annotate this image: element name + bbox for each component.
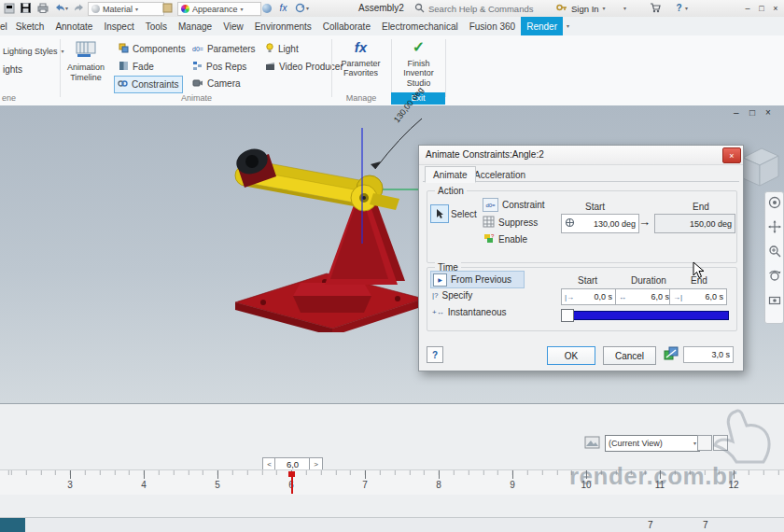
app-menu-icon[interactable] [2, 2, 16, 14]
anticipation-field[interactable]: 3,0 s [683, 346, 734, 363]
action-start-value: 130,00 deg [594, 219, 636, 229]
ruler-number: 8 [425, 480, 453, 490]
panel-separator [60, 39, 61, 97]
time-slider[interactable] [561, 309, 729, 321]
ruler-number: 10 [572, 480, 600, 490]
action-end-field[interactable]: 150,00 deg [654, 214, 735, 233]
adjust-material-icon[interactable] [161, 2, 175, 14]
instantaneous-label: Instantaneous [448, 307, 507, 317]
time-mode-instantaneous[interactable]: +↔ Instantaneous [432, 307, 507, 317]
tab-manage[interactable]: Manage [173, 17, 217, 35]
time-end-field[interactable]: →| 6,0 s [669, 288, 727, 305]
action-start-field[interactable]: 130,00 deg [561, 214, 639, 233]
dialog-titlebar[interactable]: Animate Constraints:Angle:2 × [419, 146, 743, 165]
lights-button-clipped[interactable]: ights [0, 62, 25, 77]
ribbon-collapse-icon[interactable]: ▾ [563, 17, 573, 35]
constraint-option[interactable]: d0= Constraint [483, 198, 545, 212]
tab-view[interactable]: View [217, 17, 249, 35]
suppress-option[interactable]: Suppress [483, 216, 538, 230]
tab-inspect[interactable]: Inspect [98, 17, 139, 35]
select-button[interactable] [430, 204, 449, 223]
sign-in-button[interactable]: Sign In ▾ [556, 2, 606, 15]
zoom-icon[interactable] [768, 245, 781, 261]
enable-option-label: Enable [498, 234, 527, 245]
qat-caret-icon[interactable]: ▾ [306, 6, 309, 11]
search-box[interactable]: Search Help & Commands [414, 2, 533, 15]
tab-model-clipped[interactable]: el [0, 17, 10, 35]
doc-restore-icon[interactable]: □ [749, 107, 755, 118]
dialog-tab-animate[interactable]: Animate [425, 166, 476, 183]
tab-collaborate[interactable]: Collaborate [317, 17, 376, 35]
print-icon[interactable] [35, 2, 49, 14]
timeline-ruler[interactable]: 3 4 5 6 7 8 9 10 11 12 13 [0, 469, 784, 495]
status-number-a: 7 [648, 520, 653, 530]
redo-icon[interactable] [73, 2, 87, 14]
pan-icon[interactable] [768, 220, 781, 237]
chevron-down-icon: ▾ [135, 7, 138, 12]
panel-label-scene-clipped[interactable]: ene [0, 92, 24, 105]
lighting-styles-dropdown[interactable]: Lighting Styles ▾ [0, 43, 67, 59]
close-button[interactable]: × [769, 1, 782, 15]
current-view-dropdown[interactable]: (Current View) ▾ [605, 435, 700, 452]
enable-option[interactable]: ? Enable [483, 232, 527, 246]
fx-icon[interactable]: fx [276, 2, 290, 14]
tab-tools[interactable]: Tools [140, 17, 173, 35]
enable-icon: ? [483, 232, 495, 246]
appearance-dropdown[interactable]: Appearance ▾ [177, 2, 261, 16]
save-icon[interactable] [19, 2, 33, 14]
undo-caret-icon[interactable]: ▾ [65, 6, 68, 11]
tab-fusion360[interactable]: Fusion 360 [464, 17, 521, 35]
constraints-button[interactable]: Constraints [114, 76, 183, 93]
time-duration-field[interactable]: ↔ 6,0 s [615, 288, 673, 305]
panel-label-manage[interactable]: Manage [331, 92, 391, 105]
doc-close-icon[interactable]: × [765, 107, 771, 118]
material-dropdown[interactable]: Material ▾ [88, 2, 164, 16]
light-button[interactable]: Light [262, 41, 301, 57]
current-time-value: 6,0 [287, 459, 299, 469]
sphere-icon[interactable] [259, 2, 273, 14]
parameters-label: Parameters [207, 44, 256, 54]
tab-environments[interactable]: Environments [249, 17, 317, 35]
playhead-line[interactable] [291, 471, 293, 494]
ok-button[interactable]: OK [547, 346, 595, 365]
finish-inventor-studio-button[interactable]: ✓ Finish Inventor Studio [392, 39, 445, 91]
toolbar-caret-icon[interactable]: ▾ [623, 6, 626, 11]
key-icon [556, 3, 567, 14]
pos-reps-button[interactable]: Pos Reps [189, 59, 249, 75]
help-caret-icon[interactable]: ▾ [685, 6, 688, 11]
time-mode-specify[interactable]: |? Specify [432, 290, 472, 301]
slider-track[interactable] [573, 311, 729, 320]
camera-button[interactable]: Camera [189, 76, 244, 91]
cart-icon[interactable] [648, 2, 662, 14]
slider-handle[interactable] [561, 309, 574, 322]
help-button[interactable]: ? [672, 2, 686, 14]
chevron-down-icon: ▾ [241, 7, 244, 12]
parameters-button[interactable]: d0= Parameters [189, 41, 259, 57]
minimize-button[interactable]: – [741, 1, 754, 15]
anticipation-icon[interactable] [664, 346, 679, 363]
sync-icon[interactable] [293, 2, 307, 14]
parameter-favorites-button[interactable]: fx Parameter Favorites [333, 39, 388, 91]
assembly-3d-model[interactable] [215, 113, 439, 332]
dialog-close-button[interactable]: × [722, 147, 741, 163]
look-at-icon[interactable] [768, 293, 781, 310]
time-start-field[interactable]: |→ 0,0 s [561, 288, 616, 305]
svg-text:?: ? [491, 233, 495, 239]
tab-sketch[interactable]: Sketch [10, 17, 50, 35]
cancel-button[interactable]: Cancel [603, 346, 656, 365]
doc-minimize-icon[interactable]: – [734, 107, 739, 118]
fade-button[interactable]: Fade [116, 59, 157, 75]
restore-button[interactable]: □ [755, 1, 768, 15]
tab-render[interactable]: Render [521, 17, 563, 35]
steering-wheel-icon[interactable] [768, 196, 781, 213]
dialog-help-button[interactable]: ? [427, 346, 443, 363]
action-end-label: End [693, 202, 709, 212]
components-button[interactable]: Components [116, 41, 189, 57]
undo-icon[interactable] [52, 2, 66, 14]
orbit-icon[interactable] [768, 269, 781, 286]
animation-timeline-button[interactable]: Animation Timeline [62, 39, 110, 91]
panel-label-animate[interactable]: Animate [62, 92, 331, 105]
tab-annotate[interactable]: Annotate [49, 17, 98, 35]
time-mode-from-previous[interactable]: ▶ From Previous [430, 271, 525, 288]
tab-electromechanical[interactable]: Electromechanical [376, 17, 464, 35]
